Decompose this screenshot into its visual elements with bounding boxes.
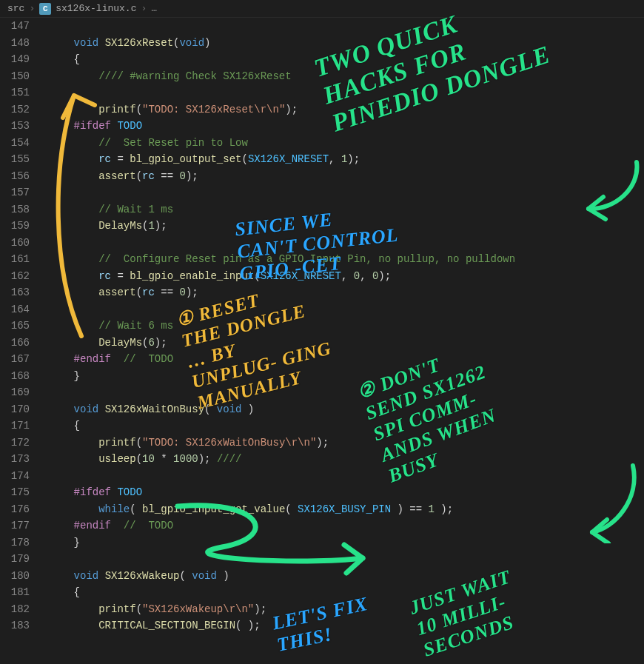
code-line[interactable]: printf("TODO: SX126xWaitOnBusy\r\n"); <box>41 435 644 452</box>
line-number: 155 <box>0 151 30 168</box>
line-number: 162 <box>0 268 30 285</box>
line-number: 182 <box>0 601 30 618</box>
line-number: 148 <box>0 35 30 52</box>
code-line[interactable]: // Wait 1 ms <box>41 201 644 218</box>
line-number: 170 <box>0 401 30 418</box>
code-line[interactable]: //// #warning Check SX126xReset <box>41 68 644 85</box>
line-number: 159 <box>0 218 30 235</box>
code-line[interactable]: #endif // TODO <box>41 351 644 368</box>
breadcrumb[interactable]: src › C sx126x-linux.c › … <box>0 0 644 18</box>
breadcrumb-more[interactable]: … <box>151 3 157 14</box>
code-line[interactable] <box>41 301 644 318</box>
line-number: 149 <box>0 51 30 68</box>
line-number: 174 <box>0 468 30 485</box>
code-line[interactable]: printf("SX126xWakeup\r\n"); <box>41 601 644 618</box>
code-line[interactable] <box>41 235 644 252</box>
line-number: 157 <box>0 184 30 201</box>
code-line[interactable]: assert(rc == 0); <box>41 168 644 185</box>
line-number: 166 <box>0 335 30 352</box>
code-line[interactable]: DelayMs(6); <box>41 335 644 352</box>
line-number: 153 <box>0 118 30 135</box>
line-number-gutter: 1471481491501511521531541551561571581591… <box>0 18 41 664</box>
code-line[interactable]: // Configure Reset pin as a GPIO Input P… <box>41 251 644 268</box>
code-line[interactable] <box>41 84 644 101</box>
code-line[interactable] <box>41 551 644 568</box>
c-file-icon: C <box>39 3 51 15</box>
line-number: 183 <box>0 617 30 634</box>
code-line[interactable]: { <box>41 51 644 68</box>
line-number: 161 <box>0 251 30 268</box>
line-number: 158 <box>0 201 30 218</box>
code-line[interactable]: #ifdef TODO <box>41 118 644 135</box>
code-line[interactable]: DelayMs(1); <box>41 218 644 235</box>
line-number: 160 <box>0 235 30 252</box>
line-number: 181 <box>0 584 30 601</box>
code-line[interactable]: #ifdef TODO <box>41 484 644 501</box>
line-number: 179 <box>0 551 30 568</box>
line-number: 177 <box>0 517 30 534</box>
chevron-right-icon: › <box>29 3 35 14</box>
line-number: 164 <box>0 301 30 318</box>
line-number: 168 <box>0 368 30 385</box>
line-number: 147 <box>0 18 30 35</box>
code-line[interactable]: } <box>41 368 644 385</box>
code-line[interactable]: assert(rc == 0); <box>41 284 644 301</box>
line-number: 180 <box>0 568 30 585</box>
code-line[interactable]: // Set Reset pin to Low <box>41 135 644 152</box>
line-number: 156 <box>0 168 30 185</box>
code-line[interactable] <box>41 18 644 35</box>
line-number: 178 <box>0 534 30 551</box>
line-number: 176 <box>0 501 30 518</box>
code-line[interactable]: CRITICAL_SECTION_BEGIN( ); <box>41 617 644 634</box>
code-content[interactable]: void SX126xReset(void) { //// #warning C… <box>41 18 644 664</box>
line-number: 150 <box>0 68 30 85</box>
code-line[interactable]: void SX126xWakeup( void ) <box>41 568 644 585</box>
code-line[interactable]: } <box>41 534 644 551</box>
code-line[interactable]: { <box>41 417 644 435</box>
line-number: 152 <box>0 101 30 118</box>
line-number: 163 <box>0 284 30 301</box>
code-editor[interactable]: 1471481491501511521531541551561571581591… <box>0 18 644 664</box>
code-line[interactable]: rc = bl_gpio_enable_input(SX126X_NRESET,… <box>41 268 644 285</box>
code-line[interactable]: rc = bl_gpio_output_set(SX126X_NRESET, 1… <box>41 151 644 168</box>
line-number: 171 <box>0 417 30 435</box>
code-line[interactable]: while( bl_gpio_input_get_value( SX126X_B… <box>41 501 644 518</box>
line-number: 151 <box>0 84 30 101</box>
line-number: 173 <box>0 451 30 468</box>
code-line[interactable]: printf("TODO: SX126xReset\r\n"); <box>41 101 644 118</box>
line-number: 167 <box>0 351 30 368</box>
line-number: 169 <box>0 384 30 401</box>
code-line[interactable] <box>41 384 644 401</box>
code-line[interactable]: void SX126xReset(void) <box>41 35 644 52</box>
chevron-right-icon: › <box>141 3 147 14</box>
line-number: 165 <box>0 318 30 335</box>
line-number: 154 <box>0 135 30 152</box>
code-line[interactable]: #endif // TODO <box>41 517 644 534</box>
code-line[interactable]: void SX126xWaitOnBusy( void ) <box>41 401 644 418</box>
code-line[interactable]: usleep(10 * 1000); //// <box>41 451 644 468</box>
code-line[interactable]: // Wait 6 ms <box>41 318 644 335</box>
code-line[interactable] <box>41 184 644 201</box>
code-line[interactable] <box>41 468 644 485</box>
breadcrumb-folder[interactable]: src <box>7 3 24 14</box>
line-number: 175 <box>0 484 30 501</box>
breadcrumb-file[interactable]: sx126x-linux.c <box>56 3 136 14</box>
code-line[interactable]: { <box>41 584 644 601</box>
line-number: 172 <box>0 435 30 452</box>
